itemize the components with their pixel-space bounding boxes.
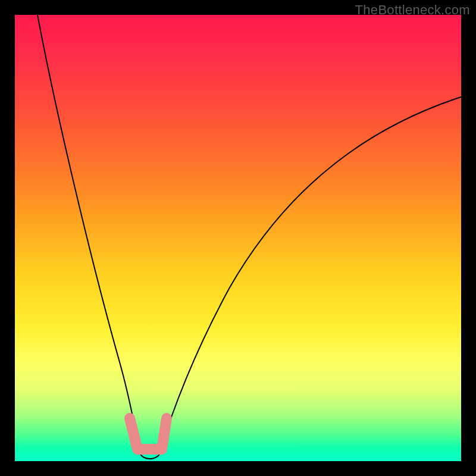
watermark-text: TheBottleneck.com — [355, 2, 470, 18]
optimal-range-marker — [130, 418, 167, 449]
bottleneck-curve — [37, 15, 461, 459]
chart-frame — [15, 15, 461, 461]
bottleneck-curve-svg — [15, 15, 461, 461]
